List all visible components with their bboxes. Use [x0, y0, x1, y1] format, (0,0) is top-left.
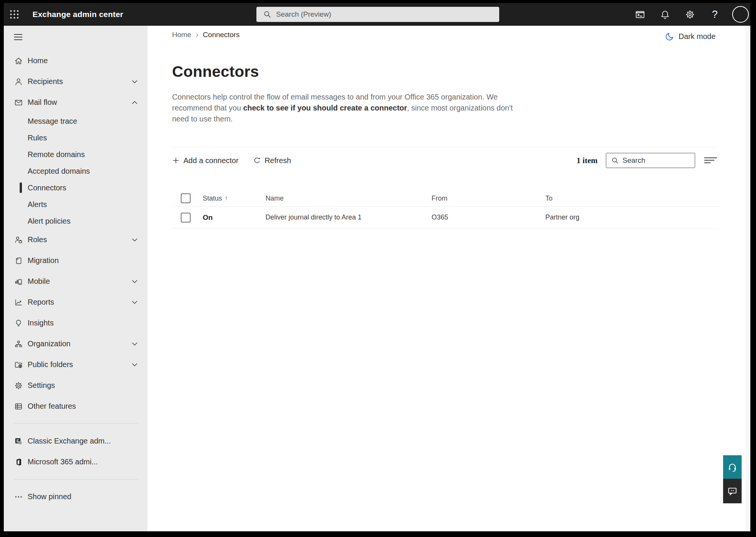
terminal-icon — [635, 9, 645, 20]
breadcrumb-current: Connectors — [203, 31, 239, 39]
bell-icon — [660, 9, 670, 20]
sidebar-divider — [14, 423, 138, 424]
chevron-down-icon — [132, 300, 138, 304]
sidebar-item-rules[interactable]: Rules — [4, 129, 147, 146]
row-checkbox[interactable] — [181, 213, 191, 223]
global-search-input[interactable] — [276, 10, 488, 19]
gear-icon — [685, 9, 695, 20]
table-grid-icon — [14, 402, 23, 411]
sidebar-divider — [14, 479, 138, 479]
gear-icon — [14, 381, 23, 390]
sidebar-item-show-pinned[interactable]: Show pinned — [4, 486, 147, 507]
sidebar-item-connectors[interactable]: Connectors — [4, 179, 147, 196]
migration-icon — [14, 256, 23, 265]
list-search-box[interactable] — [606, 153, 695, 168]
microsoft-365-logo-icon — [14, 458, 23, 467]
chevron-down-icon — [132, 238, 138, 242]
sidebar-item-message-trace[interactable]: Message trace — [4, 113, 147, 129]
vertical-scrollbar[interactable] — [745, 26, 750, 531]
refresh-button[interactable]: Refresh — [253, 156, 291, 165]
chevron-down-icon — [132, 363, 138, 367]
row-name-link[interactable]: Deliver journal directly to Area 1 — [258, 213, 424, 221]
sidebar-item-classic-exchange[interactable]: E Classic Exchange adm... — [4, 431, 147, 451]
account-avatar[interactable] — [732, 6, 749, 23]
item-count: 1 item — [577, 156, 598, 165]
column-header-status[interactable]: Status ↑ — [195, 195, 258, 202]
feedback-button[interactable] — [723, 479, 742, 503]
chevron-down-icon — [132, 280, 138, 283]
moon-icon — [665, 32, 674, 41]
table-row[interactable]: On Deliver journal directly to Area 1 O3… — [172, 207, 719, 229]
sidebar-item-recipients[interactable]: Recipients — [4, 71, 147, 92]
powershell-button[interactable] — [632, 7, 647, 22]
support-button[interactable] — [723, 455, 742, 479]
lightbulb-icon — [14, 319, 23, 328]
row-to: Partner org — [537, 213, 719, 221]
sidebar-item-alerts[interactable]: Alerts — [4, 196, 147, 213]
list-toolbar: Add a connector Refresh 1 item — [172, 152, 717, 169]
chevron-up-icon — [132, 101, 138, 104]
screenshot-frame: Exchange admin center — [0, 0, 756, 537]
app-launcher-button[interactable] — [4, 3, 25, 26]
description-line: need to use them. — [172, 114, 513, 125]
refresh-icon — [253, 157, 261, 165]
global-search-box[interactable] — [256, 7, 499, 22]
sidebar-item-insights[interactable]: Insights — [4, 313, 147, 333]
app-body: Home Recipients Mail flow Message trace … — [4, 26, 750, 531]
org-chart-icon — [14, 339, 23, 349]
breadcrumb-home[interactable]: Home — [172, 31, 191, 39]
table-header-row: Status ↑ Name From To — [172, 190, 719, 207]
sidebar-item-organization[interactable]: Organization — [4, 333, 147, 354]
sidebar-item-remote-domains[interactable]: Remote domains — [4, 146, 147, 163]
toolbar-divider — [172, 147, 719, 148]
sidebar-item-accepted-domains[interactable]: Accepted domains — [4, 163, 147, 179]
home-icon — [14, 56, 23, 65]
sidebar-item-other-features[interactable]: Other features — [4, 396, 147, 417]
nav-collapse-button[interactable] — [14, 34, 22, 42]
question-mark-icon: ? — [712, 9, 717, 20]
notifications-button[interactable] — [657, 7, 672, 22]
connectors-table: Status ↑ Name From To On Deliver journal… — [172, 190, 719, 229]
waffle-icon — [10, 10, 19, 19]
sidebar-item-home[interactable]: Home — [4, 50, 147, 71]
description-line: Connectors help control the flow of emai… — [172, 92, 513, 103]
row-from: O365 — [424, 213, 537, 221]
reports-icon — [14, 298, 23, 307]
row-status: On — [195, 213, 258, 222]
help-button[interactable]: ? — [707, 7, 722, 22]
sidebar-item-alert-policies[interactable]: Alert policies — [4, 213, 147, 229]
sidebar-item-migration[interactable]: Migration — [4, 250, 147, 271]
column-header-to[interactable]: To — [537, 195, 719, 202]
select-all-checkbox[interactable] — [181, 193, 191, 203]
chevron-down-icon — [132, 80, 138, 84]
sidebar-item-microsoft-365-admin[interactable]: Microsoft 365 admi... — [4, 451, 147, 472]
breadcrumb: Home › Connectors — [172, 30, 240, 39]
page-description: Connectors help control the flow of emai… — [172, 92, 513, 125]
app-title: Exchange admin center — [33, 10, 123, 19]
page-title: Connectors — [172, 63, 259, 81]
sidebar-item-mobile[interactable]: Mobile — [4, 271, 147, 292]
sidebar-item-settings[interactable]: Settings — [4, 375, 147, 396]
description-line: recommend that you check to see if you s… — [172, 103, 513, 114]
filter-button[interactable] — [704, 156, 717, 165]
mail-icon — [14, 98, 23, 107]
left-nav: Home Recipients Mail flow Message trace … — [4, 26, 147, 531]
list-search-input[interactable] — [622, 156, 687, 165]
column-header-from[interactable]: From — [424, 195, 537, 202]
add-connector-button[interactable]: Add a connector — [172, 156, 239, 165]
column-header-name[interactable]: Name — [258, 195, 424, 202]
dark-mode-label: Dark mode — [678, 32, 716, 41]
sidebar-item-reports[interactable]: Reports — [4, 292, 147, 313]
sidebar-item-roles[interactable]: Roles — [4, 229, 147, 250]
plus-icon — [172, 157, 180, 164]
dark-mode-toggle[interactable]: Dark mode — [665, 32, 716, 41]
floating-action-buttons — [723, 455, 742, 503]
sidebar-item-public-folders[interactable]: Public folders — [4, 354, 147, 375]
sort-lines-icon — [704, 156, 717, 165]
selected-indicator — [20, 182, 22, 193]
search-icon — [263, 10, 272, 19]
sidebar-item-mail-flow[interactable]: Mail flow — [4, 92, 147, 113]
ellipsis-icon — [14, 492, 23, 501]
create-connector-link[interactable]: check to see if you should create a conn… — [243, 104, 407, 112]
settings-button[interactable] — [682, 7, 697, 22]
